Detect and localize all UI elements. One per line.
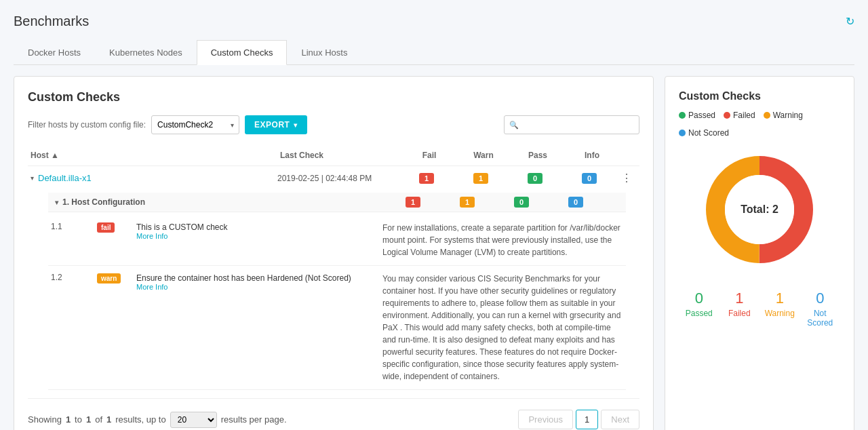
pagination-info: Showing 1 to 1 of 1 results, up to 20 50… [28,412,287,428]
filter-select-wrapper: CustomCheck2 CustomCheck1 [151,115,239,134]
legend-not-scored: Not Scored [679,128,729,138]
right-panel: Custom Checks Passed Failed Warning Not … [665,76,854,430]
section-content: ▾ 1. Host Configuration 1 1 0 0 [28,190,639,398]
section-pass: 0 [494,197,549,208]
check-recommendation-1-1: For new installations, create a separate… [382,222,623,258]
stat-failed-value: 1 [719,290,760,307]
stat-warning-value: 1 [760,290,800,307]
section-chevron-icon: ▾ [55,199,58,206]
col-pass-header: Pass [511,151,565,160]
page-title: Benchmarks [14,14,89,29]
pagination-bar: Showing 1 to 1 of 1 results, up to 20 50… [28,410,639,429]
section-warn: 1 [440,197,494,208]
tab-docker-hosts[interactable]: Docker Hosts [14,40,95,64]
legend-failed: Failed [724,111,755,120]
page-header: Benchmarks ↻ [14,14,854,29]
export-button[interactable]: EXPORT ▾ [245,115,307,134]
donut-chart: Total: 2 [698,149,821,271]
current-page: 1 [576,410,598,429]
stat-failed: 1 Failed [719,284,760,333]
showing-text: Showing [28,414,62,425]
stat-notscored-label: Not Scored [800,309,841,328]
of-text: of [95,414,102,425]
host-name[interactable]: ▾ Default.illa-x1 [31,173,277,183]
search-wrapper [504,115,639,134]
col-host-header: Host ▲ [28,151,280,160]
tab-bar: Docker Hosts Kubernetes Nodes Custom Che… [14,40,854,65]
app-container: Benchmarks ↻ Docker Hosts Kubernetes Nod… [0,0,868,430]
main-content: Custom Checks Filter hosts by custom con… [14,76,854,430]
host-pass-count: 0 [508,173,562,184]
donut-total-label: Total: 2 [741,203,778,216]
per-page-suffix: results per page. [221,414,287,425]
refresh-icon[interactable]: ↻ [846,15,854,28]
stat-passed-label: Passed [679,309,719,318]
range-end: 1 [86,414,91,425]
section-name-label: 1. Host Configuration [62,197,145,207]
donut-center: Total: 2 [741,203,778,216]
stat-notscored-value: 0 [800,290,841,307]
export-chevron-icon: ▾ [294,121,298,129]
menu-dots-icon[interactable]: ⋮ [621,172,632,184]
legend-passed: Passed [679,111,715,120]
legend-dot-warning [764,112,770,119]
host-warn-count: 1 [454,173,508,184]
table-header: Host ▲ Last Check Fail Warn Pass Info [28,145,639,166]
host-chevron-icon: ▾ [31,174,34,182]
per-page-select[interactable]: 20 50 100 [170,412,217,428]
section-name[interactable]: ▾ 1. Host Configuration [55,197,264,207]
filter-left: Filter hosts by custom config file: Cust… [28,115,307,134]
legend-label-notscored: Not Scored [688,128,729,138]
host-info-count: 0 [562,173,616,184]
tab-custom-checks[interactable]: Custom Checks [197,40,288,65]
stat-warning: 1 Warning [760,284,800,333]
check-status-1-1: fail [97,222,131,233]
stats-row: 0 Passed 1 Failed 1 Warning 0 Not Scored [679,284,840,333]
host-fail-count: 1 [399,173,454,184]
check-more-info-1-1[interactable]: More Info [136,232,377,240]
check-desc-1-1: This is a CUSTOM check More Info [136,222,377,240]
stat-not-scored: 0 Not Scored [800,284,841,333]
previous-button[interactable]: Previous [518,410,573,429]
legend-dot-notscored [679,130,686,136]
check-row: 1.2 warn Ensure the container host has b… [48,266,626,390]
next-button[interactable]: Next [601,410,639,429]
legend-label-passed: Passed [688,111,715,120]
legend: Passed Failed Warning Not Scored [679,111,840,138]
legend-dot-failed [724,112,730,119]
tab-linux-hosts[interactable]: Linux Hosts [287,40,361,64]
table-row: ▾ Default.illa-x1 2019-02-25 | 02:44:48 … [28,166,639,399]
check-desc-1-2: Ensure the container host has been Harde… [136,273,377,291]
stat-passed: 0 Passed [679,284,719,333]
tab-kubernetes-nodes[interactable]: Kubernetes Nodes [95,40,197,64]
check-more-info-1-2[interactable]: More Info [136,283,377,291]
range-start: 1 [66,414,71,425]
results-text: results, up to [115,414,165,425]
host-menu[interactable]: ⋮ [616,172,637,184]
check-num-1-2: 1.2 [51,273,92,282]
section-header: ▾ 1. Host Configuration 1 1 0 0 [48,193,626,212]
legend-label-failed: Failed [733,111,755,120]
range-sep: to [75,414,82,425]
search-input[interactable] [504,115,639,134]
left-panel: Custom Checks Filter hosts by custom con… [14,76,654,430]
check-row: 1.1 fail This is a CUSTOM check More Inf… [48,215,626,266]
filter-row: Filter hosts by custom config file: Cust… [28,115,639,134]
stat-warning-label: Warning [760,309,800,318]
stat-failed-label: Failed [719,309,760,318]
filter-label: Filter hosts by custom config file: [28,120,146,130]
col-actions-header [619,151,639,160]
host-row-header: ▾ Default.illa-x1 2019-02-25 | 02:44:48 … [28,166,639,190]
legend-label-warning: Warning [773,111,803,120]
filter-select[interactable]: CustomCheck2 CustomCheck1 [151,115,239,134]
col-info-header: Info [565,151,619,160]
left-panel-title: Custom Checks [28,90,639,104]
col-warn-header: Warn [456,151,511,160]
host-name-label: Default.illa-x1 [38,173,92,183]
export-label: EXPORT [254,120,290,130]
last-check-value: 2019-02-25 | 02:44:48 PM [277,174,399,183]
total-results: 1 [106,414,111,425]
stat-passed-value: 0 [679,290,719,307]
pagination-controls: Previous 1 Next [518,410,639,429]
check-recommendation-1-2: You may consider various CIS Security Be… [382,273,623,383]
